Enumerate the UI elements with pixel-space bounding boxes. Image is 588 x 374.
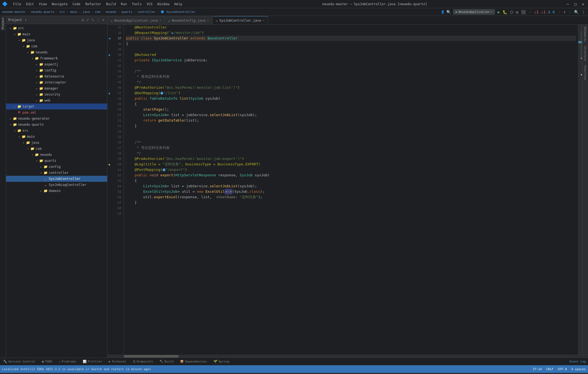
tree-node-neuedu-quartz[interactable]: ▾ 📁 neuedu-quartz	[6, 122, 107, 128]
run-button[interactable]: ▶	[497, 9, 500, 15]
breadcrumb-neuedu2[interactable]: neuedu	[105, 10, 116, 14]
menu-run[interactable]: Run	[119, 2, 129, 7]
tree-node-main[interactable]: ▾ 📁 main	[6, 31, 107, 37]
tree-node-main2[interactable]: ▾ 📁 main	[6, 134, 107, 140]
tab-close-icon[interactable]: ✕	[159, 19, 161, 22]
stop-button[interactable]: ⬛	[521, 9, 526, 15]
horizontal-scrollbar[interactable]	[107, 355, 588, 358]
profiler-tool[interactable]: 📊 Profiler	[82, 359, 103, 364]
tree-node-com[interactable]: ▾ 📁 com	[6, 43, 107, 49]
project-tab[interactable]: Project	[1, 16, 5, 31]
tree-node-manager[interactable]: ▸ 📁 manager	[6, 85, 107, 91]
tree-node-config[interactable]: ▸ 📁 config	[6, 67, 107, 73]
code-line-67: }	[126, 200, 576, 205]
structure-tab[interactable]: Structure	[583, 44, 587, 63]
run-toolbar: ▶ 🐛 ⬡ ◎ ⬛ | ⚠1 ⚠1 A 6 | ↑ | 🔍 ⋮	[497, 9, 586, 15]
tree-node-interceptor[interactable]: ▸ 📁 interceptor	[6, 79, 107, 85]
run-config-selector[interactable]: ▶ NeueduApplication ▾	[453, 9, 495, 15]
tab-sysjobcontroller[interactable]: ☕ SysJobController.java ✕	[213, 16, 268, 24]
maximize-button[interactable]: □	[573, 1, 578, 7]
menu-tools[interactable]: Tools	[130, 2, 144, 7]
tree-node-sysjobcontroller[interactable]: ☕ SysJobController	[6, 176, 107, 182]
more-options-icon[interactable]: ⋮	[96, 18, 101, 22]
error-indicators[interactable]: ⚠1 ⚠1 A 6	[533, 9, 555, 15]
menu-window[interactable]: Window	[155, 2, 172, 7]
code-editor[interactable]: @RestController @RequestMapping("/monito…	[124, 25, 578, 355]
indent[interactable]: 4 spaces	[571, 367, 586, 371]
build-tool[interactable]: 🔨 Build	[158, 359, 175, 364]
git-icon[interactable]: ↑	[563, 9, 566, 15]
debug-button[interactable]: 🐛	[502, 9, 508, 15]
breadcrumb-quartz[interactable]: quartz	[121, 10, 132, 14]
minimize-button[interactable]: ─	[565, 1, 570, 7]
tree-node-neuedu-generator[interactable]: ▸ 📁 neuedu-generator	[6, 116, 107, 122]
todo-tool[interactable]: ▣ TODO	[41, 359, 53, 364]
search-everything-icon[interactable]: 🔍	[573, 9, 579, 15]
tree-node-datasource[interactable]: ▸ 📁 datasource	[6, 73, 107, 79]
breadcrumb-controller[interactable]: controller	[137, 10, 155, 14]
code-line-48: public TableDataInfo list(SysJob sysJob)	[126, 96, 576, 101]
tree-node-src2[interactable]: ▾ 📁 src	[6, 128, 107, 134]
tree-node-quartz[interactable]: ▾ 📁 quartz	[6, 158, 107, 164]
tab-neueduation[interactable]: ☕ NeueduApplication.java ✕	[107, 16, 165, 24]
menu-help[interactable]: Help	[172, 2, 184, 7]
terminal-tool[interactable]: ▶ Terminal	[108, 359, 127, 364]
tree-node-com2[interactable]: ▾ 📁 com	[6, 146, 107, 152]
bookmarks-tab[interactable]: Bookmarks	[583, 25, 587, 44]
encoding[interactable]: UTF-8	[558, 367, 567, 371]
tree-node-neuedu2[interactable]: ▾ 📁 neuedu	[6, 152, 107, 158]
spring-tool[interactable]: 🌱 Spring	[212, 359, 230, 364]
tree-node-java[interactable]: ▾ 📁 java	[6, 37, 107, 43]
line-ending[interactable]: CRLF	[546, 367, 553, 371]
tree-node-sysjoblogcontroller[interactable]: ☕ SysJobLogController	[6, 182, 107, 188]
breadcrumb-src[interactable]: src	[59, 10, 65, 14]
vertical-scrollbar[interactable]	[578, 25, 582, 355]
line-62: 62	[107, 172, 124, 178]
favorites-tab[interactable]: Favorites	[583, 63, 587, 82]
close-button[interactable]: ✕	[580, 1, 586, 7]
tree-node-aspectj[interactable]: ▸ 📁 aspectj	[6, 61, 107, 67]
menu-refactor[interactable]: Refactor	[83, 2, 103, 7]
tab-neueduconfig[interactable]: ☕ NeueduConfig.java ✕	[165, 16, 213, 24]
version-control-tool[interactable]: 🔧 Version Control	[2, 359, 36, 364]
menu-build[interactable]: Build	[104, 2, 118, 7]
profile-button[interactable]: ◎	[515, 9, 519, 15]
menu-edit[interactable]: Edit	[24, 2, 36, 7]
breadcrumb-main[interactable]: main	[70, 10, 78, 14]
breadcrumb-neuedu-master[interactable]: neuedu-master	[2, 10, 26, 14]
coverage-button[interactable]: ⬡	[509, 9, 514, 15]
close-panel-icon[interactable]: ✕	[102, 18, 105, 22]
tree-node-config2[interactable]: ▸ 📁 config	[6, 164, 107, 170]
locate-icon[interactable]: ◎	[81, 18, 84, 22]
tree-node-neuedu[interactable]: ▾ 📁 neuedu	[6, 49, 107, 55]
collapse-icon[interactable]: ⤡	[91, 18, 95, 22]
menu-view[interactable]: View	[37, 2, 49, 7]
cursor-position[interactable]: 37:14	[533, 367, 542, 371]
tree-node-controller[interactable]: ▾ 📁 controller	[6, 170, 107, 176]
tree-node-pom[interactable]: M pom.xml	[6, 110, 107, 116]
settings-icon[interactable]: ⋮	[581, 9, 586, 15]
search-icon[interactable]: 🔍	[446, 10, 451, 14]
tree-node-web[interactable]: ▸ 📁 web	[6, 97, 107, 103]
event-log-link[interactable]: Event Log	[569, 360, 586, 363]
menu-file[interactable]: File	[11, 2, 23, 7]
tree-node-target[interactable]: ▸ 📁 target	[6, 103, 107, 110]
menu-navigate[interactable]: Navigate	[50, 2, 70, 7]
tab-close-icon-2[interactable]: ✕	[207, 19, 209, 22]
tree-node-src[interactable]: ▾ 📁 src	[6, 25, 107, 31]
tree-node-domain[interactable]: ▸ 📁 domain	[6, 188, 107, 194]
expand-icon[interactable]: ⤢	[85, 18, 90, 22]
tree-node-java2[interactable]: ▾ 📁 java	[6, 140, 107, 146]
breadcrumb-com[interactable]: com	[95, 10, 100, 14]
breadcrumb-java[interactable]: java	[82, 10, 90, 14]
tab-close-icon-3[interactable]: ✕	[262, 19, 264, 22]
tree-node-security[interactable]: ▸ 📁 security	[6, 91, 107, 97]
menu-code[interactable]: Code	[70, 2, 83, 7]
code-line-35: @RestController	[126, 25, 576, 30]
dependencies-tool[interactable]: 📦 Dependencies	[179, 359, 208, 364]
problems-tool[interactable]: ⚠ Problems	[58, 359, 77, 364]
breadcrumb-neuedu-quartz[interactable]: neuedu-quartz	[31, 10, 55, 14]
tree-node-framework[interactable]: ▾ 📁 framework	[6, 55, 107, 61]
menu-vcs[interactable]: VCS	[144, 2, 155, 7]
endpoints-tool[interactable]: ☰ Endpoints	[132, 359, 154, 364]
